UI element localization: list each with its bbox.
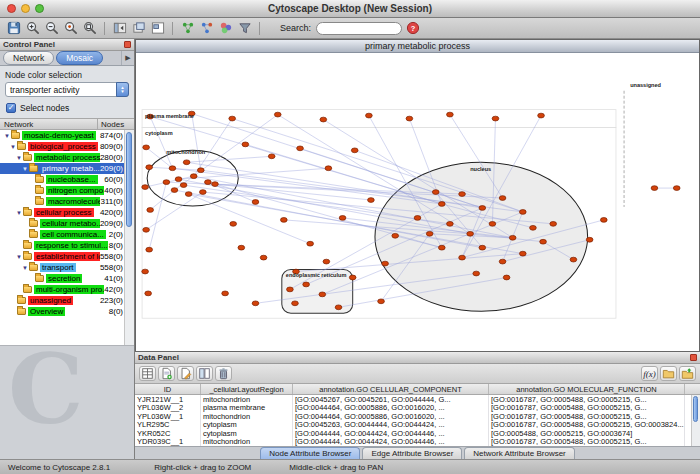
network-node[interactable] [307,241,314,246]
expander-icon[interactable]: ▼ [21,264,29,272]
network-node[interactable] [319,292,326,297]
new-network-icon[interactable] [179,20,196,37]
network-node[interactable] [509,235,516,240]
tree-item-response-to-stimul[interactable]: response to stimul...8(0) [0,240,134,251]
network-node[interactable] [473,271,480,276]
tree-header-network[interactable]: Network [0,119,98,129]
search-input[interactable] [316,22,402,35]
table-cell[interactable]: YKR052C [135,429,201,438]
table-cell[interactable]: [GO:0005488, GO:0005215, GO:0003674] [489,429,685,438]
tab-node-attribute-browser[interactable]: Node Attribute Browser [260,447,360,459]
tree-item-nucleobase[interactable]: nucleobase...60(0) [0,174,134,185]
network-node[interactable] [432,190,439,195]
float-panel-icon[interactable] [130,20,147,37]
network-node[interactable] [673,186,680,191]
network-node[interactable] [229,116,236,121]
table-row[interactable]: YPL036W__2plasma membrane[GO:0044464, GO… [135,404,700,413]
network-node[interactable] [183,160,190,165]
tree-item-biological-process[interactable]: ▼biological_process809(0) [0,141,134,152]
network-node[interactable] [651,186,658,191]
zoom-selected-icon[interactable] [62,20,79,37]
table-cell[interactable]: [GO:0044464, GO:0005886, GO:0016020, ... [293,404,489,413]
table-cell[interactable]: [GO:0016787, GO:0005488, GO:0005215, GO:… [489,421,685,430]
expander-icon[interactable]: ▼ [21,165,29,173]
expander-icon[interactable]: ▼ [15,253,23,261]
table-cell[interactable]: cytoplasm [201,421,293,430]
network-edge[interactable] [215,184,371,200]
network-edge[interactable] [189,194,311,244]
network-node[interactable] [199,190,206,195]
network-node[interactable] [205,180,212,185]
network-node[interactable] [530,225,537,230]
network-node[interactable] [368,198,375,203]
network-node[interactable] [212,182,219,187]
network-node[interactable] [438,245,445,250]
table-cell[interactable]: cytoplasm [201,429,293,438]
tab-network-attribute-browser[interactable]: Network Attribute Browser [464,447,574,459]
network-node[interactable] [392,233,399,238]
network-node[interactable] [163,180,170,185]
table-cell[interactable]: YDR039C__1 [135,438,201,447]
first-neighbors-icon[interactable] [198,20,215,37]
network-node[interactable] [268,154,275,159]
network-node[interactable] [600,217,607,222]
tree-item-transport[interactable]: ▼transport558(0) [0,262,134,273]
network-node[interactable] [414,216,421,221]
network-node[interactable] [287,287,294,292]
network-node[interactable] [325,166,332,171]
table-row[interactable]: YLR295Ccytoplasm[GO:0045263, GO:0044444,… [135,421,700,430]
tree-header-nodes[interactable]: Nodes [98,119,134,129]
network-node[interactable] [142,185,149,190]
expander-icon[interactable]: ▼ [3,132,11,140]
network-node[interactable] [366,113,373,118]
dropdown-arrows-icon[interactable]: ▲▼ [116,82,129,97]
column-layout-button[interactable] [196,366,213,381]
network-node[interactable] [297,146,304,151]
network-edge[interactable] [245,144,441,204]
table-cell[interactable]: YJR121W__1 [135,395,201,404]
table-cell[interactable]: mitochondrion [201,438,293,447]
zoom-window-button[interactable] [35,4,44,13]
network-node[interactable] [479,206,486,211]
network-node[interactable] [339,216,346,221]
tree-item-cell-communica[interactable]: cell communica...2(0) [0,229,134,240]
network-canvas[interactable]: plasma membranecytoplasmmitochondrionnuc… [136,53,699,351]
expander-icon[interactable]: ▼ [15,154,23,162]
tree-item-cellular-metabo[interactable]: cellular metabo...209(0) [0,218,134,229]
help-icon[interactable]: ? [404,20,421,37]
network-node[interactable] [519,210,526,215]
column-header-id[interactable]: ID [135,384,201,394]
network-node[interactable] [320,117,327,122]
expander-icon[interactable]: ▼ [9,143,17,151]
zoom-fit-icon[interactable] [81,20,98,37]
network-node[interactable] [143,227,150,232]
new-attribute-button[interactable] [158,366,175,381]
table-cell[interactable]: [GO:0016787, GO:0005488, GO:0005215, G..… [489,438,685,447]
filters-icon[interactable] [236,20,253,37]
table-cell[interactable]: [GO:0044444, GO:0044424, GO:0044446, ... [293,429,489,438]
close-window-button[interactable] [7,4,16,13]
network-node[interactable] [438,202,445,207]
table-cell[interactable]: YPL036W__1 [135,412,201,421]
table-cell[interactable]: [GO:0016787, GO:0005488, GO:0005215, G..… [489,395,685,404]
network-node[interactable] [459,255,466,260]
tree-item-establishment-of-lo[interactable]: ▼establishment of lo...558(0) [0,251,134,262]
table-row[interactable]: YKR052Ccytoplasm[GO:0044444, GO:0044424,… [135,429,700,438]
table-cell[interactable]: [GO:0016787, GO:0005488, GO:0005215, G..… [489,404,685,413]
network-node[interactable] [519,251,526,256]
network-node[interactable] [252,200,259,205]
node-color-dropdown[interactable]: transporter activity ▲▼ [5,82,129,97]
tab-edge-attribute-browser[interactable]: Edge Attribute Browser [362,447,462,459]
network-node[interactable] [185,192,192,197]
network-node[interactable] [303,282,310,287]
export-attributes-button[interactable] [679,366,696,381]
network-node[interactable] [238,245,245,250]
network-node[interactable] [538,113,545,118]
network-node[interactable] [146,165,153,170]
column-header-cellularlayoutregion[interactable]: _cellularLayoutRegion [201,384,293,394]
tab-mosaic[interactable]: Mosaic [56,51,103,65]
network-node[interactable] [190,174,197,179]
tree-scrollbar[interactable] [124,130,134,345]
table-cell[interactable]: [GO:0044464, GO:0005886, GO:0016020, ... [293,412,489,421]
tree-scrollbar-thumb[interactable] [126,132,132,227]
